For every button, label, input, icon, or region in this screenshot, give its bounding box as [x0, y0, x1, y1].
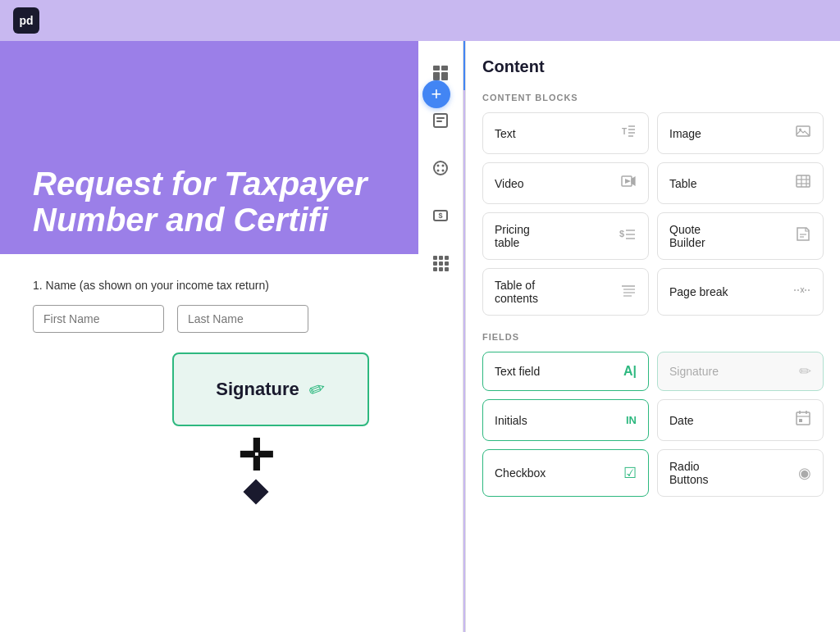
svg-rect-16: [445, 256, 449, 260]
sidebar-grid-icon[interactable]: [425, 248, 456, 279]
svg-text:$: $: [619, 229, 624, 239]
field-signature[interactable]: Signature ✏: [657, 352, 824, 391]
text-block-icon: T: [620, 123, 637, 143]
document-area: Request for TaxpayerNumber and Certifi 1…: [0, 41, 418, 632]
content-blocks-grid: Text T Image: [482, 112, 824, 316]
block-table[interactable]: Table: [657, 162, 824, 204]
block-image[interactable]: Image: [657, 112, 824, 154]
field-initials[interactable]: Initials IN: [482, 399, 649, 441]
field-initials-label: Initials: [495, 414, 527, 427]
svg-rect-32: [797, 175, 810, 187]
table-block-icon: [795, 173, 811, 193]
svg-point-10: [437, 170, 440, 172]
svg-rect-20: [433, 267, 437, 271]
block-quote-builder[interactable]: QuoteBuilder: [657, 212, 824, 260]
field-date-label: Date: [669, 414, 694, 427]
image-block-icon: [795, 123, 811, 143]
app-logo: pd: [13, 7, 39, 34]
field-text-field-label: Text field: [495, 365, 540, 378]
block-image-label: Image: [669, 127, 701, 140]
svg-rect-14: [433, 256, 437, 260]
field-signature-label: Signature: [669, 365, 719, 378]
block-pricing-table[interactable]: Pricingtable $: [482, 212, 649, 260]
field-checkbox[interactable]: Checkbox ☑: [482, 449, 649, 497]
sidebar-fields-icon[interactable]: [425, 105, 456, 136]
add-content-button[interactable]: +: [422, 80, 450, 108]
top-bar: pd: [0, 0, 840, 41]
svg-rect-6: [436, 120, 442, 122]
video-block-icon: [620, 173, 637, 193]
svg-marker-31: [625, 179, 631, 184]
block-table-label: Table: [669, 177, 696, 190]
content-blocks-label: CONTENT BLOCKS: [482, 93, 824, 102]
quote-builder-block-icon: [795, 226, 811, 247]
field-radio-buttons[interactable]: RadioButtons ◉: [657, 449, 824, 497]
block-video-label: Video: [495, 177, 524, 190]
date-field-icon: [795, 410, 811, 430]
fields-section-label: FIELDS: [482, 332, 824, 342]
page-break-block-icon: [793, 282, 811, 302]
block-text[interactable]: Text T: [482, 112, 649, 154]
svg-text:T: T: [622, 127, 627, 136]
svg-point-9: [442, 165, 445, 167]
doc-header: Request for TaxpayerNumber and Certifi: [0, 41, 418, 254]
block-video[interactable]: Video: [482, 162, 649, 204]
content-panel: Content CONTENT BLOCKS Text T Image: [465, 41, 840, 632]
svg-rect-1: [441, 66, 448, 70]
signature-field-icon: ✏: [799, 362, 811, 380]
block-table-of-contents-label: Table ofcontents: [495, 279, 538, 305]
svg-point-11: [442, 170, 445, 172]
svg-rect-53: [799, 419, 802, 422]
fields-grid: Text field A| Signature ✏ Initials IN Da…: [482, 352, 824, 497]
field-checkbox-label: Checkbox: [495, 466, 546, 480]
svg-text:$: $: [438, 211, 442, 220]
sidebar-dollar-icon[interactable]: $: [425, 200, 456, 231]
svg-point-7: [434, 161, 447, 175]
block-pricing-table-label: Pricingtable: [495, 223, 530, 249]
block-page-break-label: Page break: [669, 285, 728, 298]
doc-field-label: 1. Name (as shown on your income tax ret…: [33, 279, 386, 292]
initials-field-icon: IN: [626, 414, 637, 426]
svg-rect-15: [439, 256, 443, 260]
svg-rect-3: [441, 72, 448, 80]
first-name-input[interactable]: [33, 305, 164, 333]
svg-rect-5: [436, 117, 445, 119]
block-table-of-contents[interactable]: Table ofcontents: [482, 268, 649, 316]
toc-block-icon: [620, 282, 637, 302]
signature-block[interactable]: Signature ✏: [172, 352, 369, 426]
svg-rect-17: [433, 261, 437, 266]
doc-header-title: Request for TaxpayerNumber and Certifi: [33, 166, 368, 238]
last-name-input[interactable]: [177, 305, 308, 333]
svg-rect-22: [445, 267, 449, 271]
svg-rect-18: [439, 261, 443, 266]
pen-icon: ✏: [306, 375, 329, 402]
block-text-label: Text: [495, 127, 516, 140]
svg-rect-21: [439, 267, 443, 271]
svg-rect-19: [445, 261, 449, 266]
sidebar-icons-panel: $: [418, 41, 463, 632]
svg-rect-49: [797, 412, 810, 425]
block-quote-builder-label: QuoteBuilder: [669, 223, 705, 249]
radio-buttons-field-icon: ◉: [798, 464, 811, 482]
signature-label: Signature: [216, 379, 299, 400]
text-field-icon: A|: [623, 364, 637, 379]
field-radio-buttons-label: RadioButtons: [669, 460, 708, 486]
panel-title: Content: [482, 57, 824, 76]
checkbox-field-icon: ☑: [623, 464, 637, 482]
move-cursor-icon: ✛: [238, 434, 274, 507]
block-page-break[interactable]: Page break: [657, 268, 824, 316]
doc-body: 1. Name (as shown on your income tax ret…: [0, 254, 418, 632]
svg-point-8: [437, 165, 440, 167]
name-form-row: [33, 305, 386, 333]
field-date[interactable]: Date: [657, 399, 824, 441]
svg-rect-2: [433, 72, 440, 80]
svg-rect-0: [433, 66, 440, 70]
sidebar-palette-icon[interactable]: [425, 152, 456, 184]
pricing-table-block-icon: $: [619, 226, 637, 247]
field-text-field[interactable]: Text field A|: [482, 352, 649, 391]
